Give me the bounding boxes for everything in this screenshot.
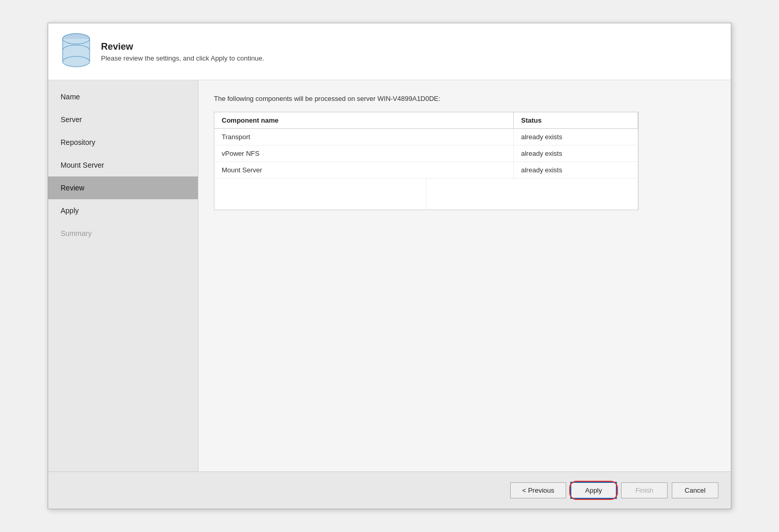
apply-button[interactable]: Apply (570, 482, 617, 499)
table-row: Mount Server already exists (214, 162, 638, 179)
col-header-component: Component name (214, 112, 514, 128)
cancel-button[interactable]: Cancel (672, 482, 718, 498)
components-table: Component name Status Transport already … (214, 112, 639, 210)
dialog-body: Name Server Repository Mount Server Revi… (48, 80, 731, 471)
cell-status-0: already exists (514, 129, 638, 145)
previous-button[interactable]: < Previous (510, 482, 566, 498)
sidebar-item-apply[interactable]: Apply (48, 199, 198, 222)
empty-cell-name (214, 179, 426, 210)
svg-point-4 (63, 56, 90, 67)
cell-status-2: already exists (514, 162, 638, 178)
sidebar-item-review[interactable]: Review (48, 176, 198, 199)
table-row: Transport already exists (214, 129, 638, 145)
cell-status-1: already exists (514, 145, 638, 161)
cell-component-2: Mount Server (214, 162, 514, 178)
table-header-row: Component name Status (214, 112, 638, 129)
content-description: The following components will be process… (214, 95, 715, 102)
sidebar-item-server[interactable]: Server (48, 108, 198, 131)
sidebar-item-repository[interactable]: Repository (48, 131, 198, 154)
dialog-header: Review Please review the settings, and c… (48, 23, 731, 80)
cell-component-1: vPower NFS (214, 145, 514, 161)
content-area: The following components will be process… (198, 80, 731, 471)
table-empty-row (214, 179, 638, 210)
empty-cell-status (426, 179, 638, 210)
sidebar-item-name[interactable]: Name (48, 85, 198, 108)
cell-component-0: Transport (214, 129, 514, 145)
database-icon (61, 33, 92, 70)
finish-button: Finish (621, 482, 668, 498)
dialog-window: Review Please review the settings, and c… (48, 23, 731, 509)
col-header-status: Status (514, 112, 638, 128)
table-row: vPower NFS already exists (214, 145, 638, 162)
dialog-footer: < Previous Apply Finish Cancel (48, 471, 731, 509)
header-text: Review Please review the settings, and c… (101, 41, 264, 62)
sidebar: Name Server Repository Mount Server Revi… (48, 80, 198, 471)
header-title: Review (101, 41, 264, 52)
header-subtitle: Please review the settings, and click Ap… (101, 54, 264, 62)
sidebar-item-summary: Summary (48, 222, 198, 245)
sidebar-item-mount-server[interactable]: Mount Server (48, 154, 198, 176)
